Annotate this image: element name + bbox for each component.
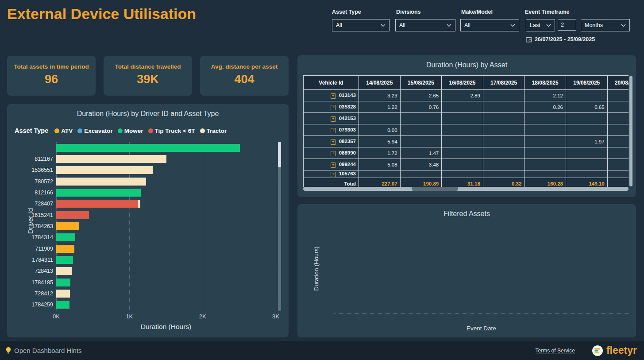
table-cell[interactable] bbox=[607, 113, 629, 124]
table-cell[interactable]: 1.47 bbox=[400, 147, 442, 159]
table-column-header[interactable]: 19/08/2025 bbox=[566, 76, 607, 90]
table-horizontal-scrollbar[interactable] bbox=[303, 187, 629, 191]
vehicle-id-cell[interactable]: +035328 bbox=[304, 101, 359, 113]
expand-row-icon[interactable]: + bbox=[331, 172, 336, 177]
table-cell[interactable] bbox=[359, 113, 401, 124]
table-vertical-scrollbar[interactable] bbox=[629, 76, 632, 186]
driver-bar-segment[interactable] bbox=[56, 279, 70, 286]
divisions-dropdown[interactable]: All bbox=[395, 19, 455, 31]
timeframe-mode-dropdown[interactable]: Last bbox=[526, 19, 555, 31]
driver-bar-segment[interactable] bbox=[56, 233, 75, 241]
table-cell[interactable] bbox=[483, 170, 524, 178]
table-cell[interactable] bbox=[442, 124, 483, 136]
table-cell[interactable]: 1.72 bbox=[359, 147, 401, 159]
driver-bar-segment[interactable] bbox=[56, 222, 79, 230]
table-column-header[interactable]: 16/08/2025 bbox=[442, 76, 483, 90]
legend-item-tip-truck-6t[interactable]: Tip Truck < 6T bbox=[148, 128, 195, 134]
table-cell[interactable]: 2.48 bbox=[607, 159, 629, 170]
driver-chart-scrollbar[interactable] bbox=[278, 142, 281, 311]
table-cell[interactable] bbox=[442, 136, 483, 147]
table-cell[interactable] bbox=[400, 124, 442, 136]
table-cell[interactable] bbox=[400, 113, 442, 124]
timeframe-unit-dropdown[interactable]: Months bbox=[581, 19, 630, 31]
table-cell[interactable]: 0.00 bbox=[359, 124, 401, 136]
driver-bar-segment[interactable] bbox=[56, 301, 69, 309]
scrollbar-thumb[interactable] bbox=[278, 142, 281, 167]
table-column-header[interactable]: 14/08/2025 bbox=[359, 76, 401, 90]
open-dashboard-hints-button[interactable]: Open Dashboard Hints bbox=[5, 347, 82, 355]
table-cell[interactable]: 2.65 bbox=[400, 90, 442, 101]
table-cell[interactable] bbox=[483, 147, 524, 159]
table-cell[interactable]: 3.48 bbox=[400, 159, 442, 170]
table-cell[interactable]: 0.65 bbox=[566, 101, 607, 113]
table-cell[interactable]: 2.89 bbox=[442, 90, 483, 101]
table-column-header[interactable]: 17/08/2025 bbox=[483, 76, 524, 90]
driver-bar-segment[interactable] bbox=[56, 178, 146, 186]
table-cell[interactable] bbox=[607, 170, 629, 178]
table-cell[interactable] bbox=[442, 159, 483, 170]
table-column-header[interactable]: Vehicle Id bbox=[304, 76, 359, 90]
table-cell[interactable] bbox=[524, 159, 566, 170]
terms-of-service-link[interactable]: Terms of Service bbox=[536, 348, 575, 354]
table-column-header[interactable]: 18/08/2025 bbox=[524, 76, 566, 90]
legend-item-excavator[interactable]: Excavator bbox=[77, 128, 113, 134]
table-cell[interactable]: 3.23 bbox=[359, 90, 401, 101]
driver-bar-segment[interactable] bbox=[56, 200, 138, 208]
table-cell[interactable] bbox=[483, 90, 524, 101]
table-cell[interactable]: 0.26 bbox=[524, 101, 566, 113]
driver-bar-segment[interactable] bbox=[56, 211, 89, 219]
table-cell[interactable] bbox=[524, 136, 566, 147]
table-cell[interactable] bbox=[400, 136, 442, 147]
expand-row-icon[interactable]: + bbox=[331, 93, 336, 99]
vehicle-id-cell[interactable]: +079303 bbox=[304, 124, 359, 136]
table-cell[interactable] bbox=[483, 124, 524, 136]
driver-bar-segment[interactable] bbox=[56, 290, 70, 298]
expand-row-icon[interactable]: + bbox=[331, 128, 336, 133]
table-cell[interactable]: 2.12 bbox=[524, 90, 566, 101]
table-cell[interactable] bbox=[566, 124, 607, 136]
driver-bar-segment[interactable] bbox=[56, 166, 153, 174]
expand-row-icon[interactable]: + bbox=[331, 163, 336, 168]
expand-row-icon[interactable]: + bbox=[331, 116, 336, 122]
legend-item-tractor[interactable]: Tractor bbox=[200, 128, 227, 134]
vehicle-id-cell[interactable]: +099244 bbox=[304, 159, 359, 170]
table-cell[interactable] bbox=[566, 170, 607, 178]
driver-bar-segment[interactable] bbox=[56, 245, 74, 253]
scrollbar-thumb[interactable] bbox=[412, 187, 458, 191]
table-cell[interactable]: 2.30 bbox=[607, 90, 629, 101]
table-cell[interactable]: 1.97 bbox=[566, 136, 607, 147]
table-cell[interactable]: 5.08 bbox=[359, 159, 401, 170]
table-cell[interactable] bbox=[566, 90, 607, 101]
vehicle-id-cell[interactable]: +082357 bbox=[304, 136, 359, 147]
table-column-header[interactable]: 15/08/2025 bbox=[400, 76, 442, 90]
driver-bar-segment[interactable] bbox=[56, 256, 73, 264]
table-cell[interactable] bbox=[442, 113, 483, 124]
driver-bar-segment[interactable] bbox=[56, 267, 72, 275]
table-cell[interactable] bbox=[524, 170, 566, 178]
table-cell[interactable] bbox=[524, 147, 566, 159]
legend-item-atv[interactable]: ATV bbox=[54, 128, 73, 134]
driver-bar-segment[interactable] bbox=[56, 189, 141, 197]
table-cell[interactable] bbox=[359, 170, 401, 178]
driver-bar-segment[interactable] bbox=[56, 155, 166, 163]
driver-bar-segment[interactable] bbox=[138, 200, 140, 208]
table-cell[interactable]: 2.89 bbox=[607, 136, 629, 147]
table-cell[interactable] bbox=[524, 113, 566, 124]
table-cell[interactable] bbox=[524, 124, 566, 136]
table-cell[interactable] bbox=[607, 124, 629, 136]
expand-row-icon[interactable]: + bbox=[331, 151, 336, 156]
table-cell[interactable] bbox=[566, 147, 607, 159]
table-cell[interactable]: 5.94 bbox=[359, 136, 401, 147]
table-column-header[interactable]: 20/08/2025 bbox=[607, 76, 629, 90]
table-cell[interactable]: 1.22 bbox=[359, 101, 401, 113]
legend-item-mower[interactable]: Mower bbox=[118, 128, 143, 134]
driver-bar-segment[interactable] bbox=[56, 144, 240, 152]
table-cell[interactable] bbox=[442, 147, 483, 159]
vehicle-id-cell[interactable]: +088990 bbox=[304, 147, 359, 159]
table-cell[interactable] bbox=[442, 170, 483, 178]
table-cell[interactable]: 0.04 bbox=[607, 101, 629, 113]
table-cell[interactable] bbox=[607, 147, 629, 159]
table-cell[interactable] bbox=[483, 136, 524, 147]
table-cell[interactable] bbox=[566, 113, 607, 124]
make-model-dropdown[interactable]: All bbox=[460, 19, 519, 31]
